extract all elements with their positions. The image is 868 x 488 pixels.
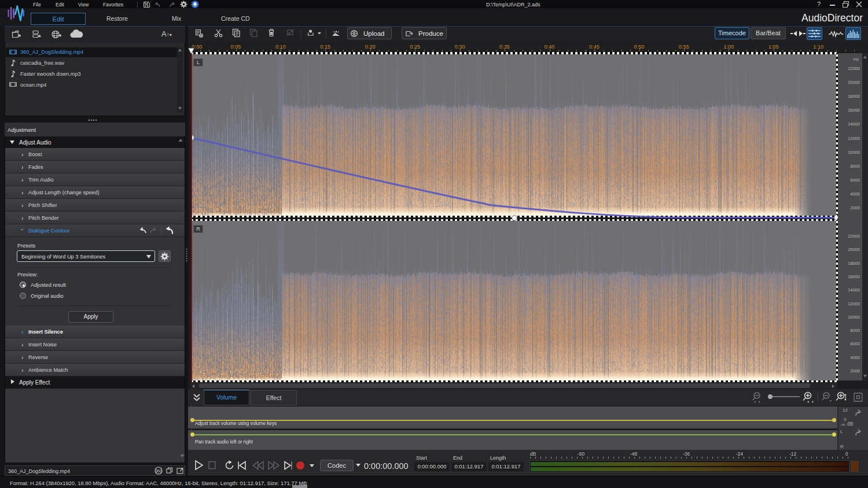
svg-text:360: 360 [155,469,162,473]
